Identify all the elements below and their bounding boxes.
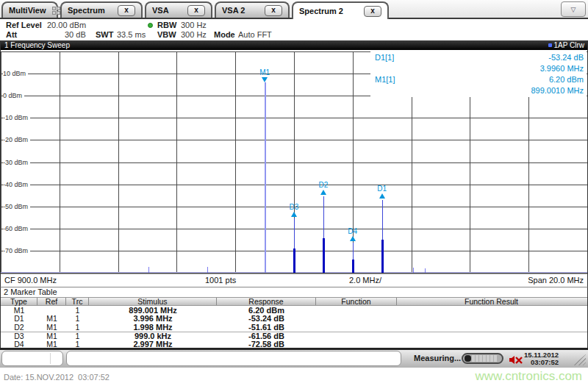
- table-cell: [316, 323, 397, 332]
- att-value[interactable]: 30 dB: [65, 30, 86, 39]
- table-cell: 1: [66, 323, 89, 332]
- tab-label: VSA 2: [222, 6, 259, 15]
- column-header-function-result: Function Result: [397, 298, 586, 305]
- att-label: Att: [6, 30, 17, 39]
- muted-speaker-icon: [509, 354, 523, 368]
- status-tab-divider: [50, 353, 51, 364]
- mode-label: Mode: [214, 30, 235, 39]
- marker-symbol-m1: [262, 77, 268, 82]
- grid-line-horizontal: [1, 162, 587, 163]
- table-row-m1: M11899.001 MHz6.20 dBm: [1, 306, 587, 315]
- column-header-type: Type: [1, 298, 37, 305]
- marker-label-d4: D4: [348, 227, 357, 235]
- y-axis-tick-label: -20 dBm: [3, 136, 30, 143]
- table-cell: 899.001 MHz: [89, 306, 217, 315]
- y-axis-tick-label: -30 dBm: [3, 159, 30, 166]
- swt-label: SWT: [96, 30, 113, 39]
- table-row-d2: D2M111.998 MHz-51.61 dB: [1, 323, 587, 332]
- y-axis-tick-label: -50 dBm: [3, 203, 30, 210]
- table-cell: M1: [37, 323, 66, 332]
- tab-spectrum[interactable]: Spectrumx: [60, 1, 143, 18]
- readout-marker-value: 899.0010 MHz: [531, 86, 584, 95]
- bottom-strip: Date: 15.NOV.2012 03:07:52 www.cntronics…: [0, 368, 588, 386]
- trace-peak-base: [323, 238, 325, 273]
- tab-strip: MultiViewSpectrumxVSAxVSA 2xSpectrum 2x: [1, 1, 389, 19]
- close-icon[interactable]: x: [265, 5, 282, 16]
- table-cell: D3: [1, 332, 37, 340]
- trace-indicator-label: 1AP Clrw: [554, 41, 585, 49]
- tab-spectrum-2[interactable]: Spectrum 2x: [292, 1, 389, 19]
- marker-symbol-d1: [379, 193, 385, 199]
- column-header-ref: Ref: [37, 298, 66, 305]
- table-cell: [397, 323, 586, 332]
- marker-label-d2: D2: [318, 181, 328, 189]
- swt-value[interactable]: 33.5 ms: [117, 30, 146, 39]
- y-axis-tick-label: 10 dBm: [3, 70, 28, 77]
- trace-noise-spike: [207, 267, 208, 273]
- rbw-label: RBW: [157, 21, 176, 29]
- readout-marker-name: M1[1]: [375, 75, 395, 84]
- vbw-label: VBW: [157, 30, 176, 39]
- column-header-stimulus: Stimulus: [89, 298, 217, 305]
- table-cell: 1: [66, 332, 89, 340]
- y-axis-tick-label: -10 dBm: [3, 114, 30, 121]
- marker-table-title[interactable]: 2 Marker Table: [1, 287, 587, 297]
- settings-header: Ref Level 20.00 dBm RBW 300 Hz Att 30 dB…: [0, 19, 588, 40]
- rbw-value[interactable]: 300 Hz: [181, 21, 207, 29]
- marker-symbol-d3: [291, 212, 297, 217]
- status-tab-small[interactable]: [1, 351, 63, 366]
- column-header-response: Response: [217, 298, 316, 305]
- marker-symbol-d4: [350, 236, 356, 241]
- trace-noise-spike: [148, 267, 149, 273]
- progress-segment: [465, 355, 471, 362]
- ref-level-label: Ref Level: [6, 21, 42, 29]
- rbw-coupled-indicator: [148, 23, 153, 28]
- table-cell: M1: [37, 315, 66, 324]
- table-cell: 6.20 dBm: [217, 306, 316, 315]
- tab-label: Spectrum: [68, 6, 112, 15]
- trace-peak-base: [293, 249, 295, 273]
- y-axis-tick-label: -70 dBm: [3, 247, 30, 254]
- tab-overflow-button[interactable]: ▽: [561, 1, 586, 17]
- table-cell: M1: [1, 306, 37, 315]
- readout-marker-name: D1[1]: [375, 53, 394, 62]
- column-header-function: Function: [316, 298, 397, 305]
- multiview-grid-icon: [52, 7, 60, 15]
- marker-table-window: 2 Marker Table TypeRefTrcStimulusRespons…: [0, 287, 588, 348]
- spectrum-window-titlebar[interactable]: 1 Frequency Sweep 1AP Clrw: [1, 40, 587, 50]
- span-value[interactable]: Span 20.0 MHz: [528, 276, 584, 285]
- table-cell: [397, 306, 586, 315]
- close-icon[interactable]: x: [364, 6, 381, 17]
- trace-noise-spike: [413, 268, 414, 273]
- tab-label: Spectrum 2: [299, 7, 358, 15]
- trace-peak-base: [381, 240, 384, 273]
- tab-label: MultiView: [9, 6, 46, 15]
- readout-marker-value: 3.9960 MHz: [540, 64, 584, 73]
- status-tab-wide[interactable]: [66, 351, 401, 366]
- tab-vsa-2[interactable]: VSA 2x: [215, 1, 290, 18]
- spectrum-plot[interactable]: 10 dBm0 dBm-10 dBm-20 dBm-30 dBm-40 dBm-…: [1, 50, 587, 274]
- table-cell: -61.56 dB: [217, 332, 316, 340]
- table-cell: [397, 315, 586, 324]
- tab-multiview[interactable]: MultiView: [1, 1, 58, 18]
- table-row-d3: D3M11999.0 kHz-61.56 dB: [1, 332, 587, 340]
- tab-bar: MultiViewSpectrumxVSAxVSA 2xSpectrum 2x …: [0, 0, 588, 19]
- marker-table-header: TypeRefTrcStimulusResponseFunctionFuncti…: [1, 297, 587, 306]
- tab-vsa[interactable]: VSAx: [145, 1, 212, 18]
- ref-level-value[interactable]: 20.00 dBm: [47, 21, 86, 29]
- close-icon[interactable]: x: [118, 5, 135, 16]
- center-frequency[interactable]: CF 900.0 MHz: [4, 276, 57, 285]
- table-cell: [397, 332, 586, 340]
- table-cell: [316, 306, 397, 315]
- status-time: 03:07:52: [524, 359, 559, 366]
- close-icon[interactable]: x: [187, 5, 205, 16]
- mode-value[interactable]: Auto FFT: [238, 30, 272, 39]
- grid-line-horizontal: [1, 185, 587, 185]
- trace-indicator: 1AP Clrw: [548, 40, 585, 50]
- table-cell: [316, 315, 397, 324]
- table-cell: 999.0 kHz: [89, 332, 217, 340]
- vbw-value[interactable]: 300 Hz: [181, 30, 207, 39]
- screenshot-date: Date: 15.NOV.2012 03:07:52: [4, 373, 110, 382]
- resize-grip[interactable]: [573, 354, 586, 365]
- measuring-status: Measuring...: [414, 354, 461, 362]
